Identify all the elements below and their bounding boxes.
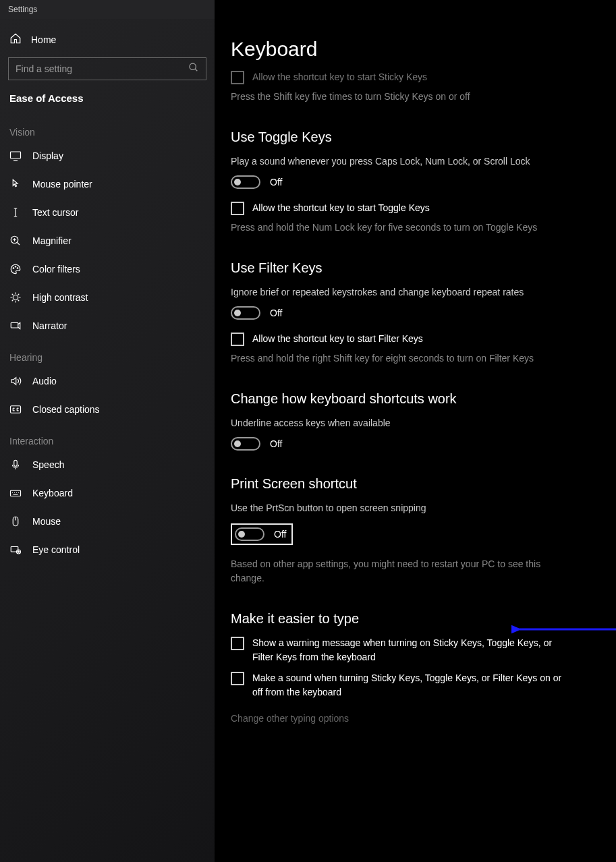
easier-warning-label: Show a warning message when turning on S… <box>252 636 568 664</box>
toggle-keys-shortcut-checkbox[interactable] <box>231 202 244 215</box>
current-category: Ease of Access <box>0 87 215 115</box>
underline-toggle[interactable] <box>231 437 260 451</box>
search-box[interactable] <box>8 57 206 80</box>
toggle-keys-desc: Play a sound whenever you press Caps Loc… <box>231 154 568 169</box>
sidebar-item-label: Narrator <box>32 320 67 331</box>
window-title: Settings <box>8 5 37 14</box>
shortcuts-heading: Change how keyboard shortcuts work <box>231 391 568 407</box>
sidebar-item-high-contrast[interactable]: High contrast <box>0 283 215 312</box>
svg-point-12 <box>13 295 18 300</box>
prtscn-heading: Print Screen shortcut <box>231 476 568 492</box>
sidebar-item-label: Text cursor <box>32 207 78 218</box>
filter-keys-hint: Press and hold the right Shift key for e… <box>231 351 568 366</box>
search-icon <box>188 62 199 76</box>
sidebar-item-display[interactable]: Display <box>0 142 215 170</box>
prtscn-desc: Use the PrtScn button to open screen sni… <box>231 501 568 515</box>
sticky-shortcut-label: Allow the shortcut key to start Sticky K… <box>252 70 427 84</box>
contrast-icon <box>9 291 22 304</box>
sidebar-item-label: Audio <box>32 376 57 386</box>
change-typing-link[interactable]: Change other typing options <box>231 713 568 724</box>
window-titlebar: Settings <box>0 0 616 19</box>
page-title: Keyboard <box>231 38 600 61</box>
group-label-interaction: Interaction <box>0 424 215 451</box>
sidebar-item-label: Keyboard <box>32 488 73 498</box>
sidebar-item-label: Display <box>32 150 63 161</box>
search-input[interactable] <box>16 63 188 74</box>
filter-keys-toggle[interactable] <box>231 306 260 320</box>
home-label: Home <box>31 34 56 45</box>
keyboard-icon <box>9 487 22 499</box>
sidebar-item-mouse-pointer[interactable]: Mouse pointer <box>0 170 215 198</box>
sidebar-item-label: Magnifier <box>32 235 72 246</box>
svg-point-0 <box>190 63 196 69</box>
svg-rect-14 <box>11 406 21 413</box>
svg-point-11 <box>17 268 18 269</box>
svg-point-10 <box>15 266 16 268</box>
filter-keys-shortcut-checkbox[interactable] <box>231 333 244 346</box>
sidebar-item-label: Mouse pointer <box>32 179 92 190</box>
easier-sound-checkbox[interactable] <box>231 672 244 685</box>
svg-rect-15 <box>14 460 18 466</box>
sidebar-item-mouse[interactable]: Mouse <box>0 507 215 536</box>
sticky-shortcut-checkbox[interactable] <box>231 71 244 84</box>
filter-keys-heading: Use Filter Keys <box>231 260 568 276</box>
svg-rect-13 <box>11 323 18 328</box>
sidebar-item-eye-control[interactable]: Eye control <box>0 536 215 564</box>
sidebar-item-narrator[interactable]: Narrator <box>0 312 215 340</box>
svg-point-21 <box>18 551 19 552</box>
group-label-vision: Vision <box>0 115 215 142</box>
svg-line-1 <box>195 69 197 71</box>
cursor-icon <box>9 206 22 219</box>
eye-icon <box>9 544 22 556</box>
prtscn-toggle-highlighted: Off <box>231 523 293 545</box>
filter-keys-desc: Ignore brief or repeated keystrokes and … <box>231 285 568 299</box>
toggle-keys-shortcut-label: Allow the shortcut key to start Toggle K… <box>252 201 430 215</box>
easier-warning-checkbox[interactable] <box>231 637 244 650</box>
sidebar-item-label: High contrast <box>32 292 88 303</box>
sidebar-item-label: Eye control <box>32 544 80 555</box>
toggle-keys-heading: Use Toggle Keys <box>231 130 568 145</box>
home-button[interactable]: Home <box>0 26 215 53</box>
sidebar-item-magnifier[interactable]: Magnifier <box>0 227 215 255</box>
speaker-icon <box>9 375 22 387</box>
narrator-icon <box>9 320 22 332</box>
svg-line-6 <box>17 242 20 245</box>
main-content: Keyboard Allow the shortcut key to start… <box>215 19 616 862</box>
sidebar-item-speech[interactable]: Speech <box>0 451 215 479</box>
prtscn-toggle[interactable] <box>235 527 264 541</box>
sidebar: Home Ease of Access VisionDisplayMouse p… <box>0 19 215 862</box>
svg-rect-2 <box>11 152 21 159</box>
sidebar-item-closed-captions[interactable]: Closed captions <box>0 395 215 424</box>
mouse-icon <box>9 515 22 527</box>
sidebar-item-keyboard[interactable]: Keyboard <box>0 479 215 507</box>
group-label-hearing: Hearing <box>0 340 215 367</box>
magnifier-icon <box>9 235 22 247</box>
sidebar-item-label: Speech <box>32 459 64 470</box>
underline-state: Off <box>270 438 282 449</box>
filter-keys-shortcut-label: Allow the shortcut key to start Filter K… <box>252 332 423 346</box>
easier-heading: Make it easier to type <box>231 611 568 627</box>
sidebar-item-audio[interactable]: Audio <box>0 367 215 395</box>
home-icon <box>9 32 22 47</box>
toggle-keys-hint: Press and hold the Num Lock key for five… <box>231 221 568 235</box>
sidebar-item-label: Closed captions <box>32 404 100 415</box>
prtscn-state: Off <box>274 529 286 540</box>
prtscn-hint: Based on other app settings, you might n… <box>231 557 568 585</box>
mic-icon <box>9 459 22 471</box>
svg-point-9 <box>13 268 14 269</box>
toggle-keys-state: Off <box>270 177 282 188</box>
easier-sound-label: Make a sound when turning Sticky Keys, T… <box>252 671 568 699</box>
pointer-icon <box>9 178 22 190</box>
sticky-hint: Press the Shift key five times to turn S… <box>231 90 568 104</box>
sidebar-item-color-filters[interactable]: Color filters <box>0 255 215 283</box>
svg-rect-16 <box>11 490 21 496</box>
monitor-icon <box>9 150 22 162</box>
cc-icon <box>9 403 22 415</box>
filter-keys-state: Off <box>270 308 282 318</box>
palette-icon <box>9 263 22 275</box>
toggle-keys-toggle[interactable] <box>231 175 260 189</box>
shortcuts-desc: Underline access keys when available <box>231 416 568 430</box>
sidebar-item-label: Color filters <box>32 264 80 275</box>
sidebar-item-label: Mouse <box>32 516 61 527</box>
sidebar-item-text-cursor[interactable]: Text cursor <box>0 198 215 227</box>
